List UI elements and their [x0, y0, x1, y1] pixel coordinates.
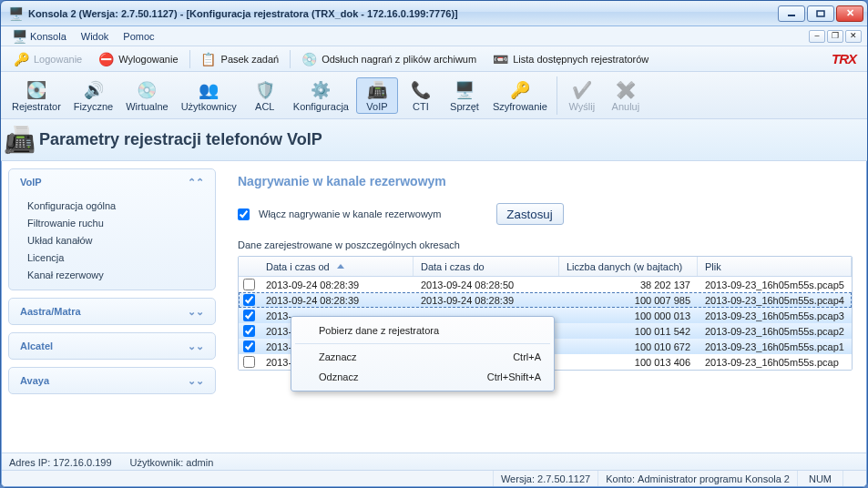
sidebar-item[interactable]: Licencja — [27, 252, 206, 263]
row-checkbox-cell — [239, 294, 259, 306]
menu-pomoc[interactable]: Pomoc — [117, 29, 159, 44]
sidebar-title: Avaya — [20, 375, 49, 386]
tb2-konfiguracja[interactable]: ⚙️Konfiguracja — [288, 77, 354, 114]
sidebar-title: Alcatel — [20, 341, 53, 351]
menu-konsola[interactable]: 🖥️Konsola — [6, 27, 72, 46]
ctx-label: Odznacz — [319, 371, 358, 382]
table-row[interactable]: 2013-09-24 08:28:392013-09-24 08:28:3910… — [239, 292, 852, 308]
th-file[interactable]: Plik — [698, 257, 852, 276]
sidebar-item[interactable]: Układ kanałów — [27, 235, 206, 246]
row-checkbox[interactable] — [243, 279, 255, 290]
cell-file: 2013-09-23_16h05m55s.pcap3 — [698, 310, 852, 321]
tb1-label: Lista dostępnych rejestratorów — [513, 54, 648, 65]
row-checkbox-cell — [239, 310, 259, 321]
cell-file: 2013-09-23_16h05m55s.pcap5 — [698, 280, 852, 290]
cell-file: 2013-09-23_16h05m55s.pcap — [698, 357, 852, 368]
th-bytes[interactable]: Liczba danych (w bajtach) — [559, 257, 698, 276]
sidebar-item[interactable]: Konfiguracja ogólna — [27, 200, 206, 211]
row-checkbox[interactable] — [243, 325, 255, 337]
ctx-select-all[interactable]: ZaznaczCtrl+A — [291, 347, 554, 367]
table-caption: Dane zarejestrowane w poszczególnych okr… — [238, 239, 853, 250]
ctx-shortcut: Ctrl+Shift+A — [487, 371, 541, 382]
status-version: Wersja: 2.7.50.1127 — [493, 471, 597, 486]
tb2-label: Wirtualne — [126, 101, 168, 112]
tb2-sprzet[interactable]: 🖥️Sprzęt — [444, 77, 485, 114]
tb2-cti[interactable]: 📞CTI — [400, 77, 442, 114]
recorder-list-button[interactable]: 📼Lista dostępnych rejestratorów — [485, 50, 656, 68]
fizyczne-icon: 🔊 — [83, 79, 105, 101]
menu-label: Pomoc — [123, 31, 154, 42]
mdi-close[interactable]: ✕ — [845, 30, 862, 43]
tb1-label: Pasek zadań — [221, 54, 280, 65]
voip-icon: 📠 — [366, 79, 388, 101]
tb2-wirtualne[interactable]: 💿Wirtualne — [120, 77, 173, 114]
toolbar-secondary: 💽Rejestrator🔊Fizyczne💿Wirtualne👥Użytkown… — [1, 72, 867, 119]
wirtualne-icon: 💿 — [136, 79, 158, 101]
ctx-download[interactable]: Pobierz dane z rejestratora — [291, 320, 554, 341]
tb2-acl[interactable]: 🛡️ACL — [244, 77, 286, 114]
menu-widok[interactable]: Widok — [76, 29, 115, 44]
close-button[interactable]: ✕ — [836, 5, 863, 22]
cell-bytes: 100 013 406 — [559, 357, 698, 368]
table-row[interactable]: 2013-09-24 08:28:392013-09-24 08:28:5038… — [239, 277, 852, 292]
sidebar-item[interactable]: Kanał rezerwowy — [27, 269, 206, 280]
tb2-uzytkownicy[interactable]: 👥Użytkownicy — [176, 77, 242, 114]
context-menu: Pobierz dane z rejestratora ZaznaczCtrl+… — [291, 316, 555, 391]
key-icon: 🔑 — [14, 52, 28, 66]
sidebar-head-avaya[interactable]: Avaya⌄⌄ — [9, 368, 215, 393]
minimize-button[interactable] — [778, 5, 805, 22]
sidebar-item[interactable]: Filtrowanie ruchu — [27, 218, 206, 229]
status-account: Konto: Administrator programu Konsola 2 — [597, 471, 797, 486]
th-to[interactable]: Data i czas do — [414, 257, 559, 276]
row-checkbox[interactable] — [243, 294, 255, 306]
page-header: 📠 Parametry rejestracji telefonów VoIP — [1, 119, 867, 161]
taskbar-icon: 📋 — [201, 52, 216, 66]
apply-button[interactable]: Zastosuj — [496, 203, 564, 225]
page-title: Parametry rejestracji telefonów VoIP — [39, 130, 322, 149]
szyfrowanie-icon: 🔑 — [509, 79, 531, 101]
login-button[interactable]: 🔑Logowanie — [6, 50, 89, 68]
tb2-rejestrator[interactable]: 💽Rejestrator — [6, 77, 66, 114]
tb2-label: ACL — [255, 101, 274, 112]
tb2-fizyczne[interactable]: 🔊Fizyczne — [68, 77, 118, 114]
archive-playback-button[interactable]: 💿Odsłuch nagrań z plików archiwum — [294, 50, 484, 68]
row-checkbox[interactable] — [243, 356, 255, 368]
tb2-szyfrowanie[interactable]: 🔑Szyfrowanie — [487, 77, 553, 114]
window-buttons: ✕ — [778, 5, 863, 22]
cell-file: 2013-09-23_16h05m55s.pcap1 — [698, 341, 852, 352]
ctx-deselect-all[interactable]: OdznaczCtrl+Shift+A — [291, 367, 554, 387]
tb2-label: Fizyczne — [74, 101, 113, 112]
tb2-voip[interactable]: 📠VoIP — [356, 77, 398, 114]
ctx-label: Pobierz dane z rejestratora — [319, 325, 439, 336]
enable-checkbox[interactable] — [238, 208, 250, 220]
cell-from: 2013-09-24 08:28:39 — [259, 295, 414, 306]
anuluj-icon: ✖️ — [615, 79, 637, 101]
logout-button[interactable]: ⛔Wylogowanie — [91, 50, 185, 68]
tb2-anuluj[interactable]: ✖️Anuluj — [605, 77, 647, 114]
tb2-wyslij[interactable]: ✔️Wyślij — [561, 77, 603, 114]
tb2-label: Rejestrator — [12, 101, 61, 112]
sidebar-head-voip[interactable]: VoIP⌃⌃ — [9, 169, 215, 195]
sidebar-title: Aastra/Matra — [20, 306, 81, 317]
th-from[interactable]: Data i czas od — [259, 257, 414, 276]
chevron-down-icon: ⌄⌄ — [188, 375, 204, 387]
sidebar-group-aastra: Aastra/Matra⌄⌄ — [8, 298, 216, 325]
tb2-label: Anuluj — [612, 101, 640, 112]
mdi-restore[interactable]: ❐ — [827, 30, 843, 43]
maximize-button[interactable] — [807, 5, 834, 22]
sidebar-head-alcatel[interactable]: Alcatel⌄⌄ — [9, 333, 215, 359]
app-window: 🖥️ Konsola 2 (Wersja: 2.7.50.1127) - [Ko… — [0, 0, 868, 488]
row-checkbox[interactable] — [243, 341, 255, 352]
sidebar-head-aastra[interactable]: Aastra/Matra⌄⌄ — [9, 299, 215, 324]
cell-bytes: 38 202 137 — [559, 280, 698, 290]
cell-bytes: 100 010 672 — [559, 341, 698, 352]
cell-file: 2013-09-23_16h05m55s.pcap2 — [698, 326, 852, 337]
row-checkbox[interactable] — [243, 310, 255, 321]
taskbar-button[interactable]: 📋Pasek zadań — [194, 50, 287, 68]
uzytkownicy-icon: 👥 — [198, 79, 220, 101]
mdi-minimize[interactable]: – — [809, 30, 825, 43]
th-check[interactable] — [239, 257, 259, 276]
recorder-icon: 📼 — [493, 52, 507, 66]
cell-bytes: 100 000 013 — [559, 310, 698, 321]
tb2-label: Wyślij — [569, 101, 596, 112]
